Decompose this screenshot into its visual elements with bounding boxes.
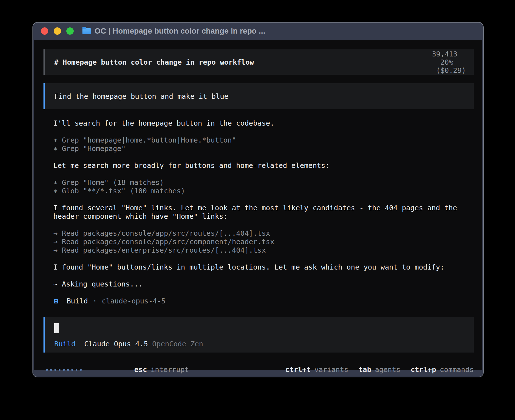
assistant-text-line: header component which have "Home" links… <box>53 212 474 221</box>
spinner <box>46 369 82 371</box>
minimize-button[interactable] <box>54 27 61 35</box>
terminal-content: # Homepage button color change in repo w… <box>34 40 482 370</box>
assistant-text-line: I'll search for the homepage button in t… <box>53 119 474 128</box>
blank-line <box>53 128 474 136</box>
label-interrupt: interrupt <box>151 366 189 374</box>
user-message-text: Find the homepage button and make it blu… <box>54 92 228 100</box>
blank-line <box>53 255 474 263</box>
blank-line <box>53 195 474 204</box>
status-left: escinterrupt <box>46 357 189 377</box>
agent-model: claude-opus-4-5 <box>102 297 165 305</box>
key-ctrl+p: ctrl+p <box>411 366 436 374</box>
tool-call-line: → Read packages/console/app/src/routes/[… <box>53 229 474 238</box>
zoom-button[interactable] <box>66 27 74 35</box>
titlebar[interactable]: OC | Homepage button color change in rep… <box>33 23 483 40</box>
terminal-window: OC | Homepage button color change in rep… <box>32 22 484 377</box>
spinner-dot <box>76 369 77 371</box>
token-count: 39,413 <box>432 50 457 58</box>
assistant-text-line: I found several "Home" links. Let me loo… <box>53 204 474 212</box>
separator-dot: · <box>93 297 97 305</box>
blank-line <box>53 272 474 280</box>
build-agent-icon <box>54 299 58 303</box>
spinner-dot <box>50 369 52 371</box>
session-title: # Homepage button color change in repo w… <box>54 58 254 66</box>
keyhint-interrupt: escinterrupt <box>92 357 189 377</box>
key-tab: tab <box>359 366 371 374</box>
keyhint-agents: tabagents <box>359 366 400 374</box>
tool-call-line: ∗ Grep "Home" (18 matches) <box>53 178 474 187</box>
user-message: Find the homepage button and make it blu… <box>43 83 474 109</box>
tool-call-line: → Read packages/enterprise/src/routes/[.… <box>53 246 474 255</box>
conversation: I'll search for the homepage button in t… <box>43 119 474 305</box>
blank-line <box>53 153 474 161</box>
session-header: # Homepage button color change in repo w… <box>43 49 474 75</box>
model-name[interactable]: Claude Opus 4.5 <box>84 340 148 348</box>
assistant-text-line: Let me search more broadly for buttons a… <box>53 161 474 170</box>
assistant-text-line: ~ Asking questions... <box>53 280 474 288</box>
label-commands: commands <box>440 366 474 374</box>
keyhint-variants: ctrl+tvariants <box>285 366 348 374</box>
agent-name: Build <box>67 297 88 305</box>
tool-call-line: ∗ Glob "**/*.tsx" (100 matches) <box>53 187 474 195</box>
status-right: ctrl+tvariantstabagentsctrl+pcommands <box>285 366 474 374</box>
tool-call-line: ∗ Grep "homepage|home.*button|Home.*butt… <box>53 136 474 145</box>
label-agents: agents <box>375 366 400 374</box>
context-percent: 20% <box>440 58 453 66</box>
label-variants: variants <box>314 366 348 374</box>
tool-call-line: ∗ Grep "Homepage" <box>53 145 474 153</box>
keyhint-commands: ctrl+pcommands <box>411 366 474 374</box>
agent-mode-label[interactable]: Build <box>54 340 75 348</box>
spinner-dot <box>80 369 82 371</box>
window-title: OC | Homepage button color change in rep… <box>95 27 265 36</box>
spinner-dot <box>59 369 60 371</box>
tool-call-line: → Read packages/console/app/src/componen… <box>53 238 474 246</box>
spinner-dot <box>54 369 56 371</box>
spinner-dot <box>71 369 73 371</box>
blank-line <box>53 170 474 178</box>
traffic-lights <box>41 27 74 35</box>
session-cost: ($0.29) <box>436 66 466 75</box>
key-ctrl+t: ctrl+t <box>285 366 311 374</box>
key-esc: esc <box>134 366 147 374</box>
blank-line <box>53 221 474 229</box>
spinner-dot <box>63 369 65 371</box>
text-cursor <box>54 323 59 333</box>
close-button[interactable] <box>41 27 48 35</box>
session-stats: 39,413 20% ($0.29) <box>398 42 466 83</box>
blank-line <box>53 288 474 297</box>
folder-icon <box>82 28 91 34</box>
prompt-input[interactable]: Build Claude Opus 4.5 OpenCode Zen <box>43 317 474 353</box>
assistant-text-line: I found "Home" buttons/links in multiple… <box>53 263 474 272</box>
spinner-dot <box>46 369 48 371</box>
agent-status-line: Build·claude-opus-4-5 <box>53 297 474 305</box>
model-row: Build Claude Opus 4.5 OpenCode Zen <box>54 340 466 348</box>
provider-name: OpenCode Zen <box>152 340 203 348</box>
status-bar: escinterrupt ctrl+tvariantstabagentsctrl… <box>43 357 474 377</box>
spinner-dot <box>67 369 69 371</box>
